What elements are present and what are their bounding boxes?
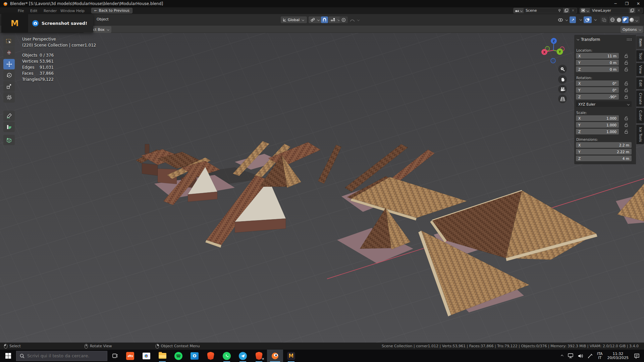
viewport-3d-scene[interactable]	[0, 33, 644, 343]
taskbar-app-explorer[interactable]	[154, 350, 170, 362]
menu-help[interactable]: Help	[76, 9, 85, 13]
shading-solid-button[interactable]	[616, 16, 622, 23]
taskbar-app-outlook[interactable]: O	[186, 350, 203, 362]
scale-x-field[interactable]: X1.000	[576, 115, 619, 121]
navigation-gizmo[interactable]: Z X Y	[538, 35, 570, 67]
transform-orientation-dropdown[interactable]: Global	[281, 16, 307, 23]
proportional-editing-toggle[interactable]	[339, 16, 348, 23]
tool-transform[interactable]	[3, 92, 15, 103]
scene-selector[interactable]: Scene ✕	[513, 8, 577, 13]
options-dropdown[interactable]: Options	[621, 26, 643, 33]
maximize-button[interactable]: ❐	[621, 0, 633, 7]
tab-cuber[interactable]: Cuber	[636, 108, 644, 123]
tool-add-cube[interactable]	[3, 135, 15, 145]
taskbar-search[interactable]	[16, 351, 107, 361]
new-scene-icon[interactable]	[563, 8, 570, 13]
dimensions-y-field[interactable]: Y2.22 m	[576, 149, 632, 155]
volume-icon[interactable]	[578, 354, 584, 358]
lock-icon[interactable]	[624, 53, 629, 58]
scene-icon[interactable]	[514, 8, 524, 13]
minimize-button[interactable]: ─	[610, 0, 621, 7]
viewlayer-selector[interactable]: ViewLayer ✕	[580, 8, 643, 13]
screenshot-toast[interactable]: M Screenshot saved!	[1, 14, 93, 33]
unlink-scene-icon[interactable]: ✕	[570, 8, 577, 13]
rotation-z-field[interactable]: Z-90°	[576, 94, 619, 100]
shading-material-button[interactable]	[622, 16, 629, 23]
menu-render[interactable]: Render	[44, 9, 57, 13]
shading-wireframe-button[interactable]	[609, 16, 616, 23]
tool-move[interactable]	[3, 59, 15, 69]
clock[interactable]: 11:3220/03/2025	[607, 352, 629, 360]
location-y-field[interactable]: Y0 m	[576, 60, 619, 65]
snap-toggle[interactable]	[321, 16, 328, 23]
dimensions-z-field[interactable]: Z4 m	[576, 156, 632, 161]
panel-drag-dots-icon[interactable]	[627, 38, 632, 41]
pivot-point-dropdown[interactable]	[309, 16, 321, 23]
pin-icon[interactable]	[558, 9, 561, 12]
panel-header[interactable]: Transform	[577, 37, 600, 42]
taskbar-app-whatsapp[interactable]	[219, 350, 235, 362]
rotation-mode-dropdown[interactable]: XYZ Euler	[576, 101, 632, 107]
tab-item[interactable]: Item	[636, 36, 644, 49]
remove-viewlayer-icon[interactable]: ✕	[635, 8, 642, 13]
network-icon[interactable]	[568, 353, 574, 358]
dimensions-x-field[interactable]: X2.2 m	[576, 142, 632, 148]
scale-z-field[interactable]: Z1.000	[576, 129, 619, 134]
shading-rendered-button[interactable]	[629, 16, 635, 23]
tab-view[interactable]: View	[636, 63, 644, 76]
tab-edit[interactable]: Edit	[636, 77, 644, 89]
gizmo-axis-z-neg[interactable]	[551, 58, 555, 63]
taskbar-app-spotify[interactable]	[170, 350, 186, 362]
notification-center-icon[interactable]	[634, 353, 640, 359]
scale-y-field[interactable]: Y1.000	[576, 122, 619, 128]
lock-icon[interactable]	[624, 67, 629, 72]
proportional-falloff-dropdown[interactable]	[348, 16, 361, 23]
taskbar-app-m[interactable]: M	[283, 350, 299, 362]
tab-tool[interactable]: Tool	[636, 50, 644, 62]
taskbar-app-chrome-window[interactable]	[138, 350, 154, 362]
menu-edit[interactable]: Edit	[30, 9, 37, 13]
taskbar-app-blender[interactable]	[267, 350, 283, 362]
location-z-field[interactable]: Z0 m	[576, 66, 619, 72]
gizmo-options-chevron[interactable]	[579, 18, 582, 21]
tray-expand-chevron[interactable]	[561, 355, 564, 357]
zoom-view-button[interactable]	[558, 65, 567, 73]
xray-toggle[interactable]	[600, 16, 608, 23]
show-overlays-toggle[interactable]	[584, 16, 592, 23]
lock-icon[interactable]	[624, 122, 629, 127]
pan-view-button[interactable]	[558, 75, 567, 84]
pen-icon[interactable]	[588, 354, 593, 358]
menu-window[interactable]: Window	[60, 9, 75, 13]
location-x-field[interactable]: X11 m	[576, 53, 619, 59]
viewlayer-icon[interactable]	[580, 8, 590, 13]
tab-ice-tools[interactable]: Ice Tools	[636, 125, 644, 144]
overlays-options-chevron[interactable]	[594, 18, 597, 21]
object-type-visibility-dropdown[interactable]	[556, 16, 570, 23]
rotation-x-field[interactable]: X0°	[576, 80, 619, 86]
show-gizmo-toggle[interactable]: ↗	[570, 16, 576, 23]
taskbar-app-telegram[interactable]	[235, 350, 251, 362]
tool-scale[interactable]	[3, 81, 15, 92]
taskbar-app-brave-private[interactable]: ✕	[251, 350, 267, 362]
taskbar-app-dts[interactable]: dts	[122, 350, 138, 362]
new-viewlayer-icon[interactable]	[629, 8, 635, 13]
back-to-previous-button[interactable]: ← Back to Previous	[91, 8, 132, 13]
camera-view-button[interactable]	[558, 85, 567, 94]
lock-icon[interactable]	[624, 87, 629, 93]
lock-icon[interactable]	[624, 129, 629, 134]
tool-measure[interactable]	[3, 122, 15, 132]
close-button[interactable]: ✕	[633, 0, 644, 7]
lock-icon[interactable]	[624, 94, 629, 99]
language-indicator[interactable]: ITAIT	[597, 352, 603, 360]
lock-icon[interactable]	[624, 81, 629, 86]
object-menu[interactable]: Object	[97, 17, 109, 21]
rotation-y-field[interactable]: Y0°	[576, 87, 619, 93]
menu-file[interactable]: File	[18, 9, 24, 13]
search-input[interactable]	[27, 353, 101, 358]
taskbar-app-brave[interactable]	[203, 350, 219, 362]
tool-cursor[interactable]	[3, 47, 15, 58]
tool-annotate[interactable]	[3, 111, 15, 121]
shading-options-chevron[interactable]	[635, 19, 638, 22]
start-button[interactable]	[0, 350, 16, 362]
toggle-ortho-button[interactable]	[558, 95, 567, 103]
